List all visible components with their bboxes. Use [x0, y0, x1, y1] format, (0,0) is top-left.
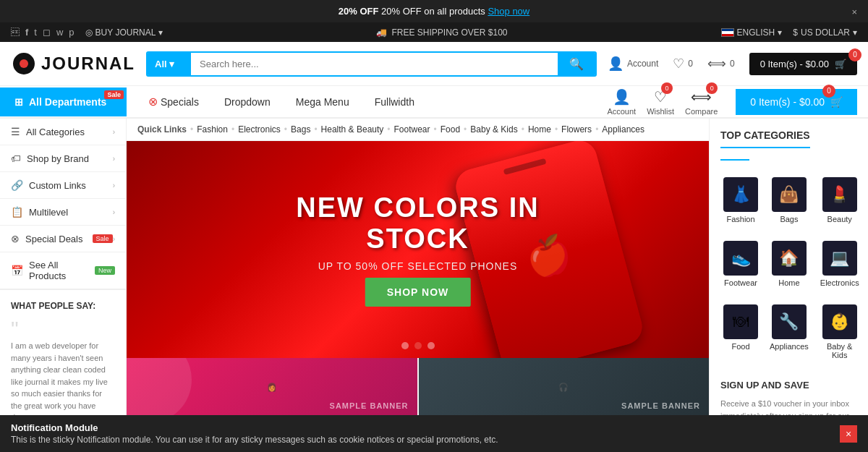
- ql-flowers[interactable]: Flowers: [561, 124, 592, 135]
- pinterest-icon[interactable]: p: [69, 27, 74, 38]
- nav-account-label: Account: [607, 107, 636, 116]
- ql-appliances[interactable]: Appliances: [602, 124, 644, 135]
- shop-now-link[interactable]: Shop now: [488, 6, 529, 17]
- twitter-icon[interactable]: t: [34, 27, 37, 38]
- quick-links: Quick Links • Fashion • Electronics • Ba…: [127, 119, 709, 141]
- fashion-icon: 👗: [723, 177, 758, 212]
- notification-close-button[interactable]: ×: [840, 425, 857, 443]
- category-appliances[interactable]: 🔧 Appliances: [767, 299, 812, 365]
- nav-account[interactable]: 👤 Account: [607, 88, 636, 116]
- banner-left-label: SAMPLE BANNER: [330, 401, 409, 410]
- chevron-right-icon: ›: [113, 128, 115, 136]
- quick-links-label: Quick Links: [137, 124, 187, 135]
- home-icon: 🏠: [772, 241, 807, 276]
- search-category-label: All: [155, 59, 167, 69]
- category-food[interactable]: 🍽 Food: [720, 299, 761, 365]
- logo[interactable]: JOURNAL: [11, 51, 135, 77]
- ql-fashion[interactable]: Fashion: [197, 124, 228, 135]
- ql-electronics[interactable]: Electronics: [238, 124, 281, 135]
- buy-journal-label: BUY JOURNAL: [95, 27, 156, 38]
- ql-bags[interactable]: Bags: [291, 124, 310, 135]
- quote-icon: ": [11, 318, 19, 340]
- announcement-close[interactable]: ×: [851, 6, 857, 17]
- ql-baby-kids[interactable]: Baby & Kids: [470, 124, 517, 135]
- nav-compare[interactable]: ⟺ 0 Compare: [685, 88, 718, 116]
- header-actions: 👤 Account ♡ 0 ⟺ 0 0 0 Item(s) - $0.00 🛒: [608, 53, 857, 75]
- banner-right[interactable]: 🎧 SAMPLE BANNER: [419, 358, 710, 416]
- notification-text: This is the sticky Notification module. …: [11, 435, 498, 445]
- specials-icon: ⊗: [148, 95, 158, 108]
- category-footwear[interactable]: 👟 Footwear: [720, 235, 761, 293]
- account-icon: 👤: [613, 88, 631, 106]
- sidebar-item-shop-brand[interactable]: 🏷 Shop by Brand ›: [0, 145, 126, 172]
- banner-left[interactable]: 👩 SAMPLE BANNER: [127, 358, 417, 416]
- category-electronics[interactable]: 💻 Electronics: [817, 235, 862, 293]
- buy-journal-button[interactable]: ◎ BUY JOURNAL ▾: [85, 27, 163, 38]
- search-category-select[interactable]: All ▾: [148, 53, 191, 75]
- category-fashion[interactable]: 👗 Fashion: [720, 171, 761, 229]
- search-input[interactable]: [191, 53, 558, 75]
- search-button[interactable]: 🔍: [558, 53, 595, 75]
- ql-food[interactable]: Food: [441, 124, 460, 135]
- language-label: ENGLISH: [737, 27, 775, 38]
- slide-dot-3[interactable]: [427, 342, 435, 349]
- compare-icon: ⟺: [707, 56, 726, 72]
- notification-content: Notification Module This is the sticky N…: [11, 422, 498, 445]
- link-icon: 🔗: [11, 179, 23, 191]
- grid-icon: ☰: [11, 126, 20, 137]
- bottom-banners: 👩 SAMPLE BANNER 🎧 SAMPLE BANNER: [127, 358, 709, 416]
- shipping-notice: 🚚 FREE SHIPPING OVER $100: [376, 27, 507, 38]
- hero-banner[interactable]: NEW COLORS IN STOCK UP TO 50% OFF SELECT…: [127, 141, 709, 358]
- testimonial-title: WHAT PEOPLE SAY:: [11, 301, 115, 311]
- nav-wishlist[interactable]: ♡ 0 Wishlist: [647, 88, 674, 116]
- slide-dot-1[interactable]: [401, 342, 409, 349]
- sidebar-item-see-all-products[interactable]: 📅 See All Products New: [0, 252, 126, 289]
- instagram-icon[interactable]: ◻: [43, 27, 51, 38]
- language-selector[interactable]: ENGLISH ▾: [721, 27, 783, 38]
- ql-footwear[interactable]: Footwear: [394, 124, 430, 135]
- category-baby-kids[interactable]: 👶 Baby & Kids: [817, 299, 862, 365]
- logo-icon: [11, 51, 37, 77]
- nav-item-dropdown[interactable]: Dropdown: [213, 88, 281, 116]
- currency-selector[interactable]: $ US DOLLAR ▾: [793, 27, 857, 38]
- chevron-right-icon: ›: [113, 235, 115, 243]
- all-departments-button[interactable]: ⊞ All Departments Sale: [0, 88, 127, 116]
- top-categories-title: TOP CATEGORIES: [720, 129, 810, 148]
- departments-label: All Departments: [29, 96, 106, 108]
- nav-item-mega-menu[interactable]: Mega Menu: [285, 88, 360, 116]
- compare-action[interactable]: ⟺ 0: [707, 56, 735, 72]
- whatsapp-icon[interactable]: w: [56, 27, 63, 38]
- nav-cart-button[interactable]: 0 0 Item(s) - $0.00 🛒: [736, 89, 857, 115]
- hero-cta-button[interactable]: SHOP NOW: [365, 278, 471, 307]
- account-icon: 👤: [608, 56, 624, 72]
- facebook-icon[interactable]: : [11, 27, 20, 38]
- nav-right: 👤 Account ♡ 0 Wishlist ⟺ 0 Compare 0 0 I…: [607, 88, 868, 116]
- sidebar-item-custom-links[interactable]: 🔗 Custom Links ›: [0, 172, 126, 199]
- hero-subtitle: UP TO 50% OFF SELECTED PHONES: [272, 260, 563, 272]
- ql-health-beauty[interactable]: Health & Beauty: [321, 124, 384, 135]
- bags-icon: 👜: [772, 177, 807, 212]
- nav-item-fullwidth[interactable]: Fullwidth: [364, 88, 425, 116]
- new-badge: New: [95, 266, 115, 275]
- right-sidebar: TOP CATEGORIES 👗 Fashion 👜 Bags 💄 Beauty…: [709, 119, 868, 452]
- category-home[interactable]: 🏠 Home: [767, 235, 812, 293]
- top-categories-section: TOP CATEGORIES 👗 Fashion 👜 Bags 💄 Beauty…: [720, 129, 857, 365]
- currency-icon: $: [793, 27, 798, 38]
- sidebar-item-multilevel[interactable]: 📋 Multilevel ›: [0, 199, 126, 226]
- sidebar-item-special-deals[interactable]: ⊗ Special Deals Sale ›: [0, 226, 126, 252]
- wishlist-action[interactable]: ♡ 0: [673, 56, 693, 72]
- account-action[interactable]: 👤 Account: [608, 56, 658, 72]
- cart-badge: 0: [848, 48, 861, 61]
- category-bags[interactable]: 👜 Bags: [767, 171, 812, 229]
- announcement-bar: 20% OFF 20% OFF on all products Shop now…: [0, 0, 868, 22]
- cart-button[interactable]: 0 0 Item(s) - $0.00 🛒: [749, 53, 857, 75]
- ql-home[interactable]: Home: [528, 124, 551, 135]
- chevron-down-icon: ▾: [853, 27, 857, 38]
- facebook-icon2[interactable]: f: [25, 27, 28, 38]
- shipping-text: FREE SHIPPING OVER $100: [391, 27, 507, 38]
- appliances-icon: 🔧: [772, 304, 807, 339]
- nav-item-specials[interactable]: ⊗ Specials: [137, 86, 210, 117]
- sidebar-item-all-categories[interactable]: ☰ All Categories ›: [0, 119, 126, 145]
- category-beauty[interactable]: 💄 Beauty: [817, 171, 862, 229]
- slide-dot-2[interactable]: [414, 342, 422, 349]
